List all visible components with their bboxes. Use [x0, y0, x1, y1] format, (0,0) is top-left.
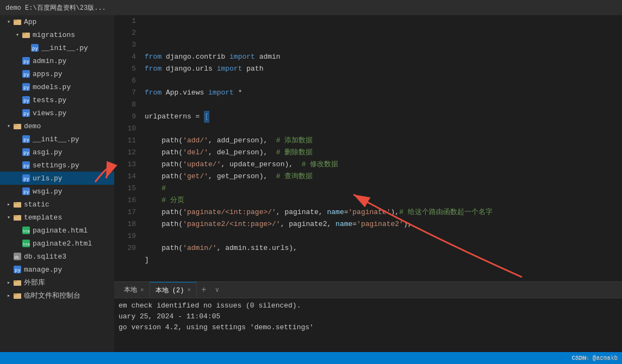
html-file-icon: html — [22, 226, 30, 235]
terminal-tab-label: 本地 (2) — [156, 286, 184, 295]
svg-text:db: db — [14, 255, 18, 260]
terminal-add-button[interactable]: + — [197, 285, 211, 295]
tree-item-label: demo — [24, 122, 41, 130]
python-file-icon: py — [22, 148, 30, 156]
code-line — [145, 266, 622, 278]
python-file-icon: py — [22, 109, 30, 117]
line-number: 1 — [114, 15, 136, 27]
tree-item-label: asgi.py — [33, 148, 63, 156]
terminal-chevron[interactable]: ∨ — [211, 286, 223, 294]
tree-item-label: db.sqlite3 — [24, 253, 66, 261]
tree-arrow-icon — [22, 43, 30, 52]
tree-arrow-icon: ▸ — [4, 200, 13, 209]
folder-icon — [13, 213, 22, 222]
sidebar-item-scratches[interactable]: ▸临时文件和控制台 — [0, 289, 114, 302]
tree-item-label: tests.py — [33, 96, 66, 104]
terminal-line: go version 4.2, using settings 'demo.set… — [119, 322, 618, 333]
folder-icon — [13, 291, 22, 300]
svg-rect-1 — [14, 20, 17, 21]
code-line: # 分页 — [145, 194, 622, 206]
title-bar: demo E:\百度网盘资料\23版... — [0, 0, 622, 15]
line-number: 5 — [114, 63, 136, 75]
sidebar-item-init-py-demo[interactable]: py__init__.py — [0, 133, 114, 146]
tree-item-label: views.py — [33, 109, 66, 117]
tree-arrow-icon: ▸ — [4, 291, 13, 300]
tree-arrow-icon — [13, 161, 22, 170]
svg-text:py: py — [23, 85, 29, 90]
sidebar-item-app[interactable]: ▾App — [0, 15, 114, 28]
line-number: 9 — [114, 111, 136, 123]
svg-text:py: py — [23, 59, 29, 64]
code-line — [145, 230, 622, 242]
terminal-tab-local2[interactable]: 本地 (2)× — [150, 282, 197, 298]
svg-rect-31 — [14, 215, 17, 217]
sidebar-item-paginate-html[interactable]: htmlpaginate.html — [0, 224, 114, 237]
sidebar-item-db-sqlite[interactable]: dbdb.sqlite3 — [0, 250, 114, 263]
line-number: 8 — [114, 99, 136, 111]
tree-arrow-icon — [4, 252, 13, 261]
sidebar-item-manage-py[interactable]: pymanage.py — [0, 263, 114, 276]
terminal-content: em check identified no issues (0 silence… — [114, 298, 622, 352]
terminal-tab-local1[interactable]: 本地× — [119, 282, 150, 298]
sidebar-item-wsgi-py[interactable]: pywsgi.py — [0, 185, 114, 198]
code-line: 💡 path('paginate2/<int:page>/', paginate… — [145, 218, 622, 230]
code-line — [145, 75, 622, 87]
terminal-tab-close-button[interactable]: × — [140, 287, 144, 293]
tree-item-label: settings.py — [33, 161, 79, 170]
code-lines: from django.contrib import adminfrom dja… — [142, 15, 622, 278]
tree-item-label: manage.py — [24, 266, 62, 274]
code-line — [145, 39, 622, 51]
svg-rect-43 — [14, 293, 17, 295]
tree-item-label: paginate2.html — [33, 240, 92, 248]
tree-item-label: urls.py — [33, 174, 63, 183]
sidebar-item-settings-py[interactable]: pysettings.py — [0, 159, 114, 172]
title-text: demo E:\百度网盘资料\23版... — [5, 3, 106, 12]
svg-text:py: py — [23, 111, 29, 116]
tree-arrow-icon — [13, 70, 22, 78]
code-line: path('del/', del_person), # 删除数据 — [145, 147, 622, 159]
sidebar-item-templates[interactable]: ▾templates — [0, 211, 114, 224]
python-file-icon: py — [22, 96, 30, 104]
sidebar-item-urls-py[interactable]: pyurls.py — [0, 172, 114, 185]
python-file-icon: py — [22, 187, 30, 196]
code-content[interactable]: from django.contrib import adminfrom dja… — [142, 15, 622, 281]
svg-rect-41 — [14, 280, 17, 282]
terminal-line: em check identified no issues (0 silence… — [119, 300, 618, 311]
line-number: 15 — [114, 183, 136, 194]
tree-arrow-icon — [13, 57, 22, 65]
sidebar-item-init-py-migrations[interactable]: py__init__.py — [0, 41, 114, 54]
tree-item-label: static — [24, 200, 49, 209]
sidebar-item-paginate2-html[interactable]: htmlpaginate2.html — [0, 237, 114, 250]
tree-arrow-icon: ▾ — [13, 30, 22, 39]
svg-text:py: py — [23, 150, 29, 155]
sidebar-item-static[interactable]: ▸static — [0, 198, 114, 211]
sidebar-item-migrations[interactable]: ▾migrations — [0, 28, 114, 41]
sidebar-item-apps-py[interactable]: pyapps.py — [0, 67, 114, 80]
svg-rect-17 — [14, 124, 17, 125]
line-number: 6 — [114, 75, 136, 87]
sidebar-item-tests-py[interactable]: pytests.py — [0, 93, 114, 106]
terminal-tab-close-button[interactable]: × — [187, 287, 191, 293]
tree-item-label: templates — [24, 214, 62, 222]
watermark: CSDN @acmakb — [575, 355, 618, 362]
python-file-icon: py — [22, 161, 30, 170]
sidebar-item-views-py[interactable]: pyviews.py — [0, 106, 114, 120]
python-file-icon: py — [22, 57, 30, 65]
line-number: 13 — [114, 159, 136, 171]
editor-area: 1234567891011121314151617181920 from dja… — [114, 15, 622, 352]
code-line: path('update/', update_person), # 修改数据 — [145, 159, 622, 171]
python-file-icon: py — [13, 265, 22, 274]
sidebar-item-asgi-py[interactable]: pyasgi.py — [0, 146, 114, 159]
line-number: 10 — [114, 123, 136, 135]
code-line: # — [145, 183, 622, 194]
code-container: 1234567891011121314151617181920 from dja… — [114, 15, 622, 281]
sidebar-item-demo[interactable]: ▾demo — [0, 120, 114, 133]
sidebar-item-models-py[interactable]: pymodels.py — [0, 80, 114, 93]
tree-item-label: 临时文件和控制台 — [24, 291, 80, 300]
svg-text:html: html — [23, 229, 30, 234]
sidebar-item-admin-py[interactable]: pyadmin.py — [0, 54, 114, 67]
sidebar: ▾App▾migrationspy__init__.pypyadmin.pypy… — [0, 15, 114, 352]
sidebar-item-external-libs[interactable]: ▸外部库 — [0, 276, 114, 289]
tree-arrow-icon — [13, 109, 22, 117]
svg-text:html: html — [23, 242, 30, 247]
